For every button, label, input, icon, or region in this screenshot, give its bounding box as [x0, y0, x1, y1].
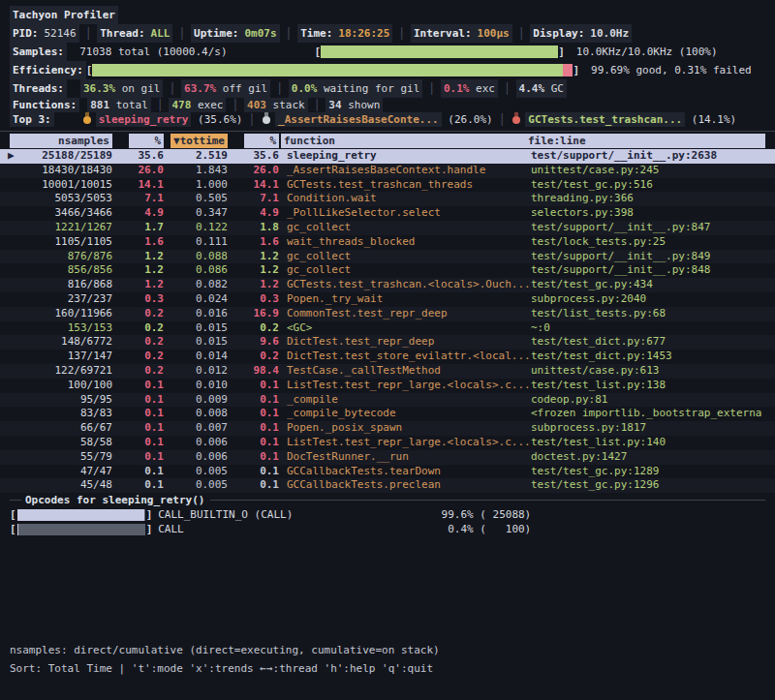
keybinding-line: Sort: Total Time | 't':mode 'x':trends ←… [0, 659, 775, 678]
cell-pct-cumulative: 4.9 [228, 206, 279, 221]
cell-function: Popen._try_wait [279, 292, 531, 307]
cell-pct-direct: 0.3 [112, 292, 164, 307]
cell-tottime: 0.012 [164, 364, 228, 379]
cell-function: GCCallbackTests.preclean [279, 478, 531, 493]
cell-file-line: test/test_gc.py:434 [531, 278, 765, 292]
cell-function: wait_threads_blocked [279, 235, 531, 250]
thread-value[interactable]: ALL [148, 24, 173, 43]
cell-pct-cumulative: 0.1 [228, 465, 279, 479]
cell-nsamples: 1221/1267 [10, 221, 112, 235]
table-row[interactable]: 1105/11051.60.1111.6wait_threads_blocked… [0, 235, 775, 250]
table-row[interactable]: 876/8761.20.0881.2gc_collecttest/support… [0, 250, 775, 264]
time-value: 18:26:25 [335, 24, 392, 43]
cell-pct-cumulative: 0.1 [228, 450, 279, 465]
cell-tottime: 0.014 [164, 350, 228, 364]
cell-pct-direct: 0.1 [112, 478, 164, 493]
table-row[interactable]: 5053/50537.10.5057.1Condition.waitthread… [0, 192, 775, 206]
table-row[interactable]: 55/790.10.0060.1DocTestRunner.__rundocte… [0, 450, 775, 465]
top3-function-name[interactable]: GCTests.test_trashcan... [525, 112, 685, 127]
table-row[interactable]: 122/697210.20.01298.4TestCase._callTestM… [0, 364, 775, 379]
table-row[interactable]: 10001/1001514.11.00014.1GCTests.test_tra… [0, 178, 775, 193]
cell-pct-direct: 0.1 [112, 379, 164, 393]
cell-pct-cumulative: 1.2 [228, 278, 279, 292]
cell-file-line: ~:0 [531, 321, 765, 336]
cell-tottime: 0.024 [164, 292, 228, 307]
cell-file-line: threading.py:366 [531, 192, 765, 206]
column-header-pct-direct[interactable]: % [129, 134, 164, 148]
table-row[interactable]: 148/67720.20.0159.6DictTest.test_repr_de… [0, 335, 775, 350]
cell-function: _PollLikeSelector.select [279, 206, 531, 221]
cell-function: _compile [279, 393, 531, 408]
thread-stat: 0.1% exc [441, 79, 498, 98]
cell-pct-direct: 0.2 [112, 321, 164, 336]
samples-rate-text: 10.0KHz/10.0KHz (100%) [565, 43, 718, 61]
column-header-function[interactable]: function [281, 134, 525, 148]
table-row[interactable]: 45/480.10.0050.1GCCallbackTests.preclean… [0, 478, 775, 493]
table-top-divider [0, 131, 775, 132]
column-header-nsamples[interactable]: nsamples [10, 134, 112, 148]
cell-nsamples: 876/876 [10, 250, 112, 264]
cell-file-line: test/support/__init__.py:2638 [531, 149, 765, 164]
cell-tottime: 1.000 [164, 178, 228, 193]
table-row[interactable]: 47/470.10.0050.1GCCallbackTests.tearDown… [0, 465, 775, 479]
cell-file-line: test/test_gc.py:516 [531, 178, 765, 193]
cell-nsamples: 58/58 [10, 436, 112, 450]
cell-nsamples: 25188/25189 [10, 149, 112, 164]
cell-nsamples: 95/95 [10, 393, 112, 408]
cell-nsamples: 45/48 [10, 478, 112, 493]
table-row[interactable]: 153/1530.20.0150.2<GC>~:0 [0, 321, 775, 336]
table-row[interactable]: 58/580.10.0060.1ListTest.test_repr_large… [0, 436, 775, 450]
table-row[interactable]: 3466/34664.90.3474.9_PollLikeSelector.se… [0, 206, 775, 221]
thread-stat: 63.7% off gil [181, 79, 270, 98]
cell-nsamples: 18430/18430 [10, 164, 112, 178]
cell-tottime: 2.519 [164, 149, 228, 164]
table-row[interactable]: 100/1000.10.0100.1ListTest.test_repr_lar… [0, 379, 775, 393]
function-value: 403 [247, 99, 266, 111]
table-row[interactable]: 816/8681.20.0821.2GCTests.test_trashcan.… [0, 278, 775, 292]
top3-function-name[interactable]: _AssertRaisesBaseConte... [275, 112, 442, 127]
pid-value: 52146 [42, 24, 79, 43]
table-row[interactable]: 237/2370.30.0240.3Popen._try_waitsubproc… [0, 292, 775, 307]
cell-function: Condition.wait [279, 192, 531, 206]
cell-file-line: test/support/__init__.py:847 [531, 221, 765, 235]
cell-function: gc_collect [279, 250, 531, 264]
thread-unit: waiting for gil [317, 82, 419, 95]
cell-function: CommonTest.test_repr_deep [279, 307, 531, 321]
cell-file-line: test/test_list.py:140 [531, 436, 765, 450]
cell-pct-cumulative: 7.1 [228, 192, 279, 206]
samples-line: Samples: 71038 total (10000.4/s) [] 10.0… [0, 43, 775, 61]
opcode-stat: 0.4% ( 100) [376, 522, 531, 536]
column-header-tottime-sorted[interactable]: ▼tottime [170, 134, 228, 148]
cell-function: _compile_bytecode [279, 407, 531, 421]
opcodes-list: []CALL_BUILTIN_O (CALL)99.6% ( 25088)[]C… [0, 507, 775, 536]
cell-file-line: unittest/case.py:613 [531, 364, 765, 379]
cell-pct-direct: 35.6 [112, 149, 164, 164]
table-row[interactable]: 18430/1843026.01.84326.0_AssertRaisesBas… [0, 164, 775, 178]
table-row[interactable]: ▶25188/2518935.62.51935.6sleeping_retryt… [0, 149, 775, 164]
cell-nsamples: 100/100 [10, 379, 112, 393]
thread-value: 4.4% [519, 82, 545, 95]
uptime-value: 0m07s [241, 24, 279, 43]
table-row[interactable]: 137/1470.20.0140.2DictTest.test_store_ev… [0, 350, 775, 364]
cell-file-line: codeop.py:81 [531, 393, 765, 408]
cell-pct-cumulative: 1.6 [228, 235, 279, 250]
column-header-file-line[interactable]: file:line [525, 134, 765, 148]
top3-function-name[interactable]: sleeping_retry [96, 112, 192, 127]
table-row[interactable]: 1221/12671.70.1221.8gc_collecttest/suppo… [0, 221, 775, 235]
table-row[interactable]: 856/8561.20.0861.2gc_collecttest/support… [0, 263, 775, 278]
cell-tottime: 0.082 [164, 278, 228, 292]
function-value: 478 [171, 99, 191, 111]
cell-pct-cumulative: 0.1 [228, 436, 279, 450]
table-row[interactable]: 160/119660.20.01616.9CommonTest.test_rep… [0, 307, 775, 321]
table-row[interactable]: 95/950.10.0090.1_compilecodeop.py:81 [0, 393, 775, 408]
medal-rank1-icon [83, 116, 91, 124]
cell-pct-direct: 0.2 [112, 335, 164, 350]
medal-rank3-icon [512, 116, 520, 124]
table-row[interactable]: 83/830.10.0080.1_compile_bytecode<frozen… [0, 407, 775, 421]
cell-pct-direct: 1.2 [112, 250, 164, 264]
table-row[interactable]: 66/670.10.0070.1Popen._posix_spawnsubpro… [0, 421, 775, 436]
column-header-pct-cumulative[interactable]: % [244, 134, 279, 148]
cell-nsamples: 5053/5053 [10, 192, 112, 206]
thread-unit: on gil [115, 82, 160, 95]
thread-stat: 0.0% waiting for gil [289, 79, 422, 98]
